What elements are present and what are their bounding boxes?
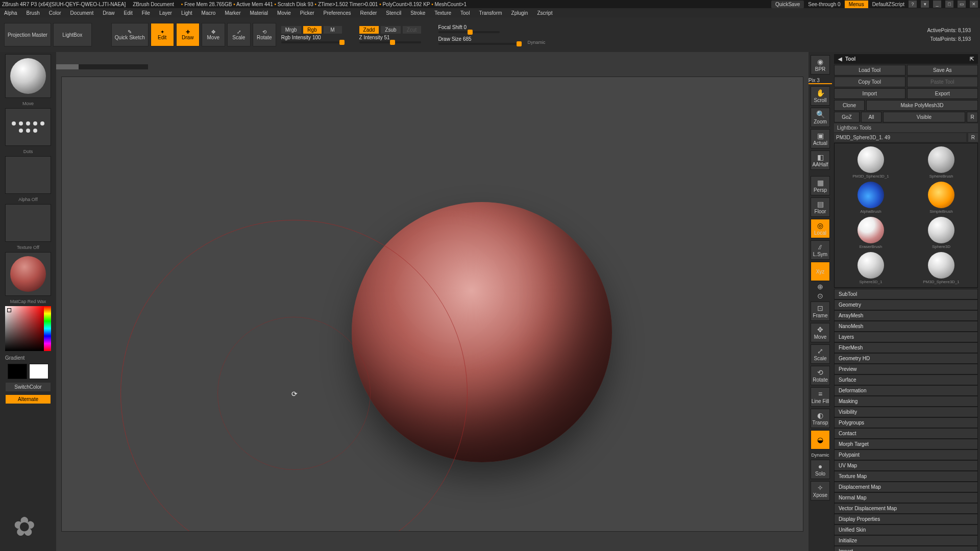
misc-icon[interactable]: ⊕ [811, 283, 830, 290]
m-toggle[interactable]: M [324, 26, 342, 34]
tool-item[interactable]: EraserBrush [838, 217, 904, 249]
section-unified-skin[interactable]: Unified Skin [834, 524, 978, 535]
section-visibility[interactable]: Visibility [834, 407, 978, 417]
nav-scale-button[interactable]: ⤢Scale [811, 344, 830, 364]
menu-zscript[interactable]: Zscript [537, 10, 552, 16]
menu-light[interactable]: Light [181, 10, 192, 16]
z-intensity-slider[interactable] [359, 41, 421, 43]
frame-button[interactable]: ⊡Frame [811, 302, 830, 321]
xyz-button[interactable]: Xyz [811, 262, 830, 281]
move-mode-button[interactable]: ✥Move [202, 23, 225, 46]
current-tool-name[interactable]: PM3D_Sphere3D_1. 49 [834, 133, 966, 142]
actual-button[interactable]: ▣Actual [811, 129, 830, 148]
close-icon[interactable]: ✕ [970, 1, 978, 8]
draw-size-label[interactable]: Draw Size 685 [438, 36, 520, 42]
section-contact[interactable]: Contact [834, 428, 978, 439]
document-viewport[interactable] [61, 77, 803, 532]
scroll-button[interactable]: ✋Scroll [811, 86, 830, 106]
switch-color-button[interactable]: SwitchColor [6, 383, 51, 391]
focal-shift-label[interactable]: Focal Shift 0 [438, 24, 520, 30]
doc-timeline-slider[interactable] [56, 64, 148, 69]
section-displacement-map[interactable]: Displacement Map [834, 482, 978, 492]
goz-visible-button[interactable]: Visible [883, 112, 965, 122]
spix-slider[interactable]: SPix 3 [805, 78, 836, 84]
export-button[interactable]: Export [907, 88, 978, 99]
clone-button[interactable]: Clone [834, 100, 865, 111]
goz-all-button[interactable]: All [861, 112, 881, 122]
zsub-toggle[interactable]: Zsub [381, 26, 400, 34]
draw-size-slider[interactable]: Dynamic [438, 43, 520, 45]
tool-r-button[interactable]: R [968, 133, 978, 142]
dock-icon[interactable]: ⇱ [970, 56, 974, 62]
section-layers[interactable]: Layers [834, 332, 978, 342]
back-arrow-icon[interactable]: ◀ [838, 56, 842, 62]
menu-layer[interactable]: Layer [159, 10, 172, 16]
min-icon[interactable]: _ [933, 1, 941, 8]
local-button[interactable]: ◎Local [811, 219, 830, 238]
section-fibermesh[interactable]: FiberMesh [834, 342, 978, 353]
section-surface[interactable]: Surface [834, 374, 978, 385]
dynamic-label[interactable]: Dynamic [528, 40, 546, 45]
rgb-toggle[interactable]: Rgb [303, 26, 322, 34]
menu-preferences[interactable]: Preferences [324, 10, 351, 16]
tool-item[interactable]: AlphaBrush [838, 182, 904, 214]
save-as-button[interactable]: Save As [907, 65, 978, 76]
section-preview[interactable]: Preview [834, 364, 978, 374]
restore-icon[interactable]: ▭ [958, 1, 966, 8]
menu-alpha[interactable]: Alpha [4, 10, 17, 16]
menu-movie[interactable]: Movie [277, 10, 291, 16]
gradient-toggle[interactable]: Gradient [5, 355, 24, 361]
paste-tool-button[interactable]: Paste Tool [907, 77, 978, 87]
section-polypaint[interactable]: Polypaint [834, 449, 978, 460]
tool-item[interactable]: PM3D_Sphere3D_1 [838, 146, 904, 179]
section-geometry[interactable]: Geometry [834, 299, 978, 310]
section-masking[interactable]: Masking [834, 396, 978, 407]
section-display-properties[interactable]: Display Properties [834, 514, 978, 524]
section-nanomesh[interactable]: NanoMesh [834, 321, 978, 332]
menu-zplugin[interactable]: Zplugin [511, 10, 528, 16]
section-polygroups[interactable]: Polygroups [834, 417, 978, 428]
transp-button[interactable]: ◐Transp [811, 409, 830, 428]
lightbox-button[interactable]: LightBox [53, 23, 92, 46]
sv-cursor[interactable] [7, 308, 11, 312]
mrgb-toggle[interactable]: Mrgb [281, 26, 301, 34]
section-import[interactable]: Import [834, 546, 978, 551]
rgb-intensity-label[interactable]: Rgb Intensity 100 [281, 35, 342, 40]
nav-rotate-button[interactable]: ⟲Rotate [811, 366, 830, 385]
lightbox-tools-link[interactable]: Lightbox› Tools [834, 123, 978, 132]
tool-item[interactable]: SphereBrush [908, 146, 974, 179]
make-polymesh-button[interactable]: Make PolyMesh3D [866, 100, 978, 111]
help-icon[interactable]: ? [909, 1, 917, 8]
section-normal-map[interactable]: Normal Map [834, 492, 978, 503]
menu-texture[interactable]: Texture [434, 10, 451, 16]
section-uv-map[interactable]: UV Map [834, 460, 978, 471]
section-vector-displacement-map[interactable]: Vector Displacement Map [834, 503, 978, 514]
menu-transform[interactable]: Transform [479, 10, 502, 16]
section-initialize[interactable]: Initialize [834, 535, 978, 546]
section-arraymesh[interactable]: ArrayMesh [834, 310, 978, 321]
section-morph-target[interactable]: Morph Target [834, 439, 978, 449]
tool-panel-header[interactable]: ◀Tool⇱ [834, 54, 978, 64]
xpose-button[interactable]: ✧Xpose [811, 481, 830, 500]
tool-item[interactable]: PM3D_Sphere3D_1 [908, 252, 974, 284]
hue-strip[interactable] [44, 306, 51, 351]
menu-marker[interactable]: Marker [225, 10, 240, 16]
menu-tool[interactable]: Tool [460, 10, 470, 16]
rgb-intensity-slider[interactable] [281, 41, 342, 43]
stroke-selector[interactable] [5, 108, 51, 146]
material-selector[interactable] [5, 252, 51, 296]
floor-button[interactable]: ▤Floor [811, 197, 830, 217]
brush-selector[interactable] [5, 54, 51, 98]
see-through-slider[interactable]: See-through 0 [808, 2, 840, 7]
solo-button[interactable]: ●Solo [811, 460, 830, 479]
goz-r-button[interactable]: R [967, 112, 978, 122]
aahalf-button[interactable]: ◧AAHalf [811, 151, 830, 170]
focal-shift-slider[interactable] [438, 31, 500, 33]
section-deformation[interactable]: Deformation [834, 385, 978, 396]
menu-material[interactable]: Material [250, 10, 268, 16]
menu-macro[interactable]: Macro [202, 10, 216, 16]
quicksave-button[interactable]: QuickSave [771, 1, 804, 8]
projection-master-button[interactable]: Projection Master [4, 23, 51, 46]
zcut-toggle[interactable]: Zcut [403, 26, 421, 34]
default-script[interactable]: DefaultZScript [872, 2, 904, 7]
